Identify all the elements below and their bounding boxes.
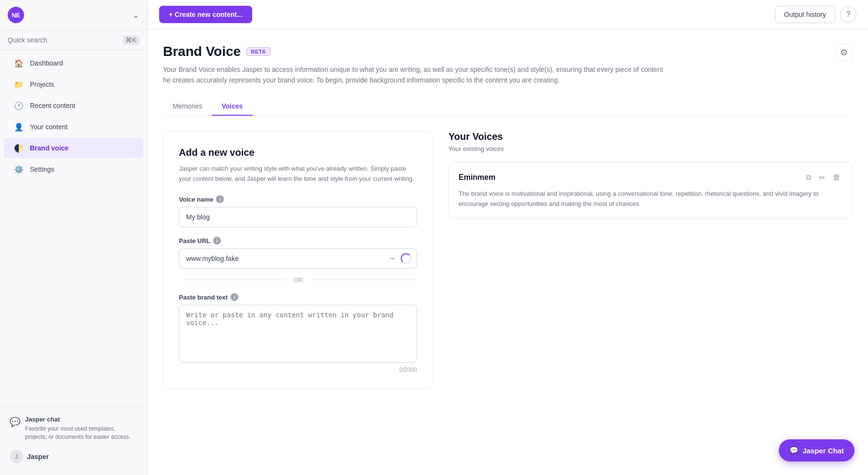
- help-button[interactable]: ?: [840, 6, 856, 23]
- quick-search-shortcut: ⌘K: [122, 35, 139, 45]
- paste-brand-text-info-icon[interactable]: i: [231, 293, 238, 301]
- your-voices-section: Your Voices Your existing voices Eminmem…: [448, 131, 853, 390]
- voice-delete-button[interactable]: 🗑: [831, 172, 842, 183]
- voices-layout: Add a new voice Jasper can match your wr…: [163, 131, 853, 390]
- output-history-button[interactable]: Output history: [775, 6, 835, 23]
- paste-brand-text-input[interactable]: [179, 305, 417, 363]
- tabs-row: Memories Voices: [163, 97, 853, 116]
- voice-name-label: Voice name i: [179, 195, 417, 203]
- sidebar-item-label: Dashboard: [30, 59, 63, 67]
- sidebar-item-label: Recent content: [30, 102, 75, 109]
- topbar-right: Output history ?: [775, 6, 856, 23]
- paste-url-label: Paste URL i: [179, 237, 417, 244]
- char-count: 0/2000: [179, 366, 417, 373]
- or-divider: OR: [179, 276, 417, 284]
- page-settings-button[interactable]: ⚙: [835, 44, 853, 61]
- jasper-chat-description: Favorite your most used templates, proje…: [25, 425, 137, 441]
- voice-copy-button[interactable]: ⧉: [804, 172, 813, 183]
- jasper-chat-float-label: Jasper Chat: [802, 447, 844, 455]
- your-voices-title: Your Voices: [448, 131, 853, 142]
- voice-name-info-icon[interactable]: i: [216, 195, 224, 203]
- sidebar-item-dashboard[interactable]: 🏠 Dashboard: [4, 53, 143, 73]
- add-voice-title: Add a new voice: [179, 147, 417, 158]
- sidebar-item-label: Your content: [30, 123, 68, 131]
- add-voice-description: Jasper can match your writing style with…: [179, 164, 417, 184]
- avatar[interactable]: NE: [8, 7, 24, 23]
- your-voices-subtitle: Your existing voices: [448, 145, 853, 152]
- tab-voices[interactable]: Voices: [212, 97, 252, 116]
- jasper-logo-row: J Jasper: [10, 446, 137, 467]
- jasper-logo-label: Jasper: [27, 453, 49, 461]
- voice-card-header: Eminmem ⧉ ✏ 🗑: [459, 172, 842, 183]
- sidebar-item-settings[interactable]: ⚙️ Settings: [4, 159, 143, 179]
- sidebar-item-brand-voice[interactable]: 🌓 Brand voice: [4, 138, 143, 158]
- chevron-down-icon[interactable]: ⌄: [132, 10, 139, 20]
- page-description: Your Brand Voice enables Jasper to acces…: [163, 64, 669, 86]
- paste-url-info-icon[interactable]: i: [213, 237, 221, 244]
- paste-url-input[interactable]: [179, 248, 417, 269]
- brand-voice-icon: 🌓: [14, 143, 24, 153]
- add-voice-form: Add a new voice Jasper can match your wr…: [163, 131, 433, 390]
- voice-edit-button[interactable]: ✏: [817, 172, 827, 183]
- create-new-content-button[interactable]: + Create new content...: [159, 6, 252, 23]
- settings-icon: ⚙️: [14, 164, 24, 175]
- page-content: ⚙ Brand Voice BETA Your Brand Voice enab…: [148, 29, 868, 475]
- sidebar-item-label: Settings: [30, 165, 54, 173]
- jasper-logo-icon: J: [10, 450, 23, 463]
- sidebar-item-your-content[interactable]: 👤 Your content: [4, 117, 143, 137]
- sidebar-bottom: 💬 Jasper chat Favorite your most used te…: [0, 407, 147, 475]
- sidebar-item-recent-content[interactable]: 🕐 Recent content: [4, 95, 143, 116]
- nav-menu: 🏠 Dashboard 📁 Projects 🕐 Recent content …: [0, 52, 147, 180]
- sidebar-item-label: Projects: [30, 81, 54, 88]
- voice-actions: ⧉ ✏ 🗑: [804, 172, 842, 183]
- main-content: + Create new content... Output history ?…: [148, 0, 868, 475]
- voice-card: Eminmem ⧉ ✏ 🗑 The brand voice is motivat…: [448, 162, 853, 219]
- jasper-chat-section: 💬 Jasper chat Favorite your most used te…: [10, 416, 137, 441]
- sidebar-item-label: Brand voice: [30, 144, 68, 152]
- sidebar-header: NE ⌄: [0, 0, 147, 30]
- url-go-arrow-icon[interactable]: →: [388, 254, 396, 263]
- projects-icon: 📁: [14, 79, 24, 90]
- chat-icon: 💬: [10, 417, 20, 427]
- page-title-row: Brand Voice BETA: [163, 44, 853, 59]
- voice-name-input[interactable]: [179, 207, 417, 227]
- jasper-chat-label: Jasper chat: [25, 416, 137, 423]
- jasper-chat-float-button[interactable]: 💬 Jasper Chat: [779, 439, 854, 461]
- url-input-wrapper: →: [179, 248, 417, 269]
- recent-content-icon: 🕐: [14, 100, 24, 111]
- sidebar-item-projects[interactable]: 📁 Projects: [4, 74, 143, 95]
- your-content-icon: 👤: [14, 122, 24, 132]
- quick-search-bar[interactable]: Quick search ⌘K: [0, 30, 147, 50]
- loading-spinner: [401, 253, 411, 264]
- jasper-chat-float-icon: 💬: [789, 446, 799, 455]
- page-title: Brand Voice: [163, 44, 241, 59]
- voice-name: Eminmem: [459, 173, 495, 182]
- tab-memories[interactable]: Memories: [163, 97, 212, 116]
- voice-description: The brand voice is motivational and insp…: [459, 189, 842, 209]
- sidebar: NE ⌄ Quick search ⌘K 🏠 Dashboard 📁 Proje…: [0, 0, 148, 475]
- topbar: + Create new content... Output history ?: [148, 0, 868, 29]
- quick-search-label: Quick search: [8, 36, 47, 44]
- paste-brand-text-label: Paste brand text i: [179, 293, 417, 301]
- beta-badge: BETA: [246, 47, 270, 56]
- dashboard-icon: 🏠: [14, 58, 24, 68]
